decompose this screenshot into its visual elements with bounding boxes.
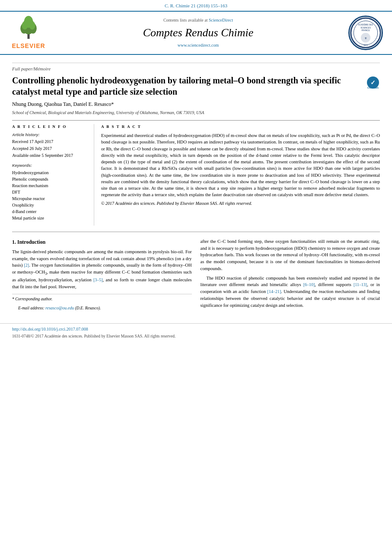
- svg-point-5: [22, 22, 28, 30]
- keyword-8: Metal particle size: [12, 215, 89, 221]
- abstract-column: A B S T R A C T Experimental and theoret…: [101, 124, 380, 226]
- introduction-section: 1. Introduction The lignin-derived pheno…: [12, 238, 380, 314]
- journal-website[interactable]: www.sciencedirect.com: [54, 42, 342, 48]
- top-bar: C. R. Chimie 21 (2018) 155–163: [0, 0, 392, 11]
- keywords-list: Hydrodeoxygenation Phenolic compounds Re…: [12, 170, 89, 221]
- available-date: Available online 5 September 2017: [12, 153, 89, 159]
- svg-point-6: [29, 22, 35, 30]
- elsevier-tree-icon: [16, 15, 41, 41]
- svg-text:ACADÉMIE DES: ACADÉMIE DES: [358, 24, 373, 26]
- sciencedirect-line: Contents lists available at ScienceDirec…: [54, 17, 342, 23]
- footnote-star: * Corresponding author.: [12, 296, 192, 302]
- abstract-label: A B S T R A C T: [101, 124, 380, 130]
- email-link[interactable]: resasco@ou.edu: [45, 306, 74, 310]
- accepted-date: Accepted 26 July 2017: [12, 146, 89, 152]
- keywords-section: Keywords: Hydrodeoxygenation Phenolic co…: [12, 163, 89, 221]
- elsevier-logo: ELSEVIER: [12, 15, 45, 51]
- journal-header: ELSEVIER Contents lists available at Sci…: [0, 11, 392, 55]
- keyword-4: DFT: [12, 189, 89, 195]
- ref-2[interactable]: [2]: [24, 263, 29, 268]
- article-history: Article history: Received 17 April 2017 …: [12, 132, 89, 159]
- issn-line: 1631-0748/© 2017 Académie des sciences. …: [12, 334, 380, 339]
- sciencedirect-link[interactable]: ScienceDirect: [209, 18, 233, 22]
- section-divider: [12, 232, 380, 232]
- keyword-2: Phenolic compounds: [12, 176, 89, 182]
- ref-3-5[interactable]: [3–5]: [93, 277, 103, 282]
- keyword-7: d-Band center: [12, 209, 89, 215]
- article-info-label: A R T I C L E I N F O: [12, 124, 89, 130]
- svg-text:CrossMark: CrossMark: [367, 86, 379, 89]
- article-info-abstract: A R T I C L E I N F O Article history: R…: [12, 120, 380, 226]
- page-footer: http://dx.doi.org/10.1016/j.crci.2017.07…: [0, 323, 392, 342]
- journal-title-area: Contents lists available at ScienceDirec…: [54, 17, 342, 48]
- intro-col-right: after the C–C bond forming step, these o…: [201, 238, 380, 314]
- affiliation-line: School of Chemical, Biological and Mater…: [12, 110, 380, 116]
- ref-6-10[interactable]: [6–10]: [303, 282, 315, 287]
- copyright-line: © 2017 Académie des sciences. Published …: [101, 201, 380, 207]
- keywords-heading: Keywords:: [12, 163, 89, 169]
- svg-text:SCIENCES: SCIENCES: [360, 27, 371, 29]
- footnote-area: * Corresponding author. E-mail address: …: [12, 294, 192, 312]
- seal-area: ACADÉMIE DES SCIENCES FRANCE ⚜ PARIS: [346, 16, 385, 50]
- publisher-logo-area: ELSEVIER: [7, 15, 50, 51]
- keyword-6: Oxophilicity: [12, 202, 89, 208]
- keyword-1: Hydrodeoxygenation: [12, 170, 89, 176]
- intro-right-para1: after the C–C bond forming step, these o…: [201, 238, 380, 272]
- footnote-email: E-mail address: resasco@ou.edu (D.E. Res…: [12, 305, 192, 311]
- svg-text:✓: ✓: [370, 79, 376, 86]
- article-info-column: A R T I C L E I N F O Article history: R…: [12, 124, 94, 226]
- ref-14-21[interactable]: [14–21]: [268, 289, 281, 294]
- main-content: Full paper/Mémoire Controlling phenolic …: [0, 55, 392, 319]
- received-date: Received 17 April 2017: [12, 139, 89, 145]
- svg-text:⚜: ⚜: [364, 36, 367, 40]
- intro-para1: The lignin-derived phenolic compounds ar…: [12, 248, 192, 290]
- crossmark-icon: ✓ CrossMark: [366, 76, 380, 89]
- abstract-text: Experimental and theoretical studies of …: [101, 132, 380, 198]
- history-heading: Article history:: [12, 132, 89, 138]
- journal-citation: C. R. Chimie 21 (2018) 155–163: [165, 3, 227, 8]
- academic-seal: ACADÉMIE DES SCIENCES FRANCE ⚜ PARIS: [348, 16, 383, 50]
- intro-heading: 1. Introduction: [12, 238, 192, 246]
- authors-line: Nhung Duong, Qiaohua Tan, Daniel E. Resa…: [12, 101, 380, 108]
- seal-svg: ACADÉMIE DES SCIENCES FRANCE ⚜ PARIS: [350, 16, 382, 49]
- svg-text:PARIS: PARIS: [363, 45, 368, 46]
- ref-11-13[interactable]: [11–13]: [354, 282, 367, 287]
- elsevier-wordmark: ELSEVIER: [12, 42, 45, 51]
- article-title-text: Controlling phenolic hydrodeoxygenation …: [12, 75, 363, 97]
- article-type: Full paper/Mémoire: [12, 63, 380, 72]
- article-title-row: Controlling phenolic hydrodeoxygenation …: [12, 75, 380, 97]
- journal-name: Comptes Rendus Chimie: [54, 25, 342, 41]
- doi-link[interactable]: http://dx.doi.org/10.1016/j.crci.2017.07…: [12, 327, 88, 331]
- svg-rect-0: [27, 34, 29, 39]
- intro-col-left: 1. Introduction The lignin-derived pheno…: [12, 238, 192, 314]
- svg-text:FRANCE: FRANCE: [362, 29, 370, 32]
- intro-right-para2: The HDO reaction of phenolic compounds h…: [201, 275, 380, 309]
- keyword-3: Reaction mechanism: [12, 183, 89, 189]
- keyword-5: Micropulse reactor: [12, 196, 89, 202]
